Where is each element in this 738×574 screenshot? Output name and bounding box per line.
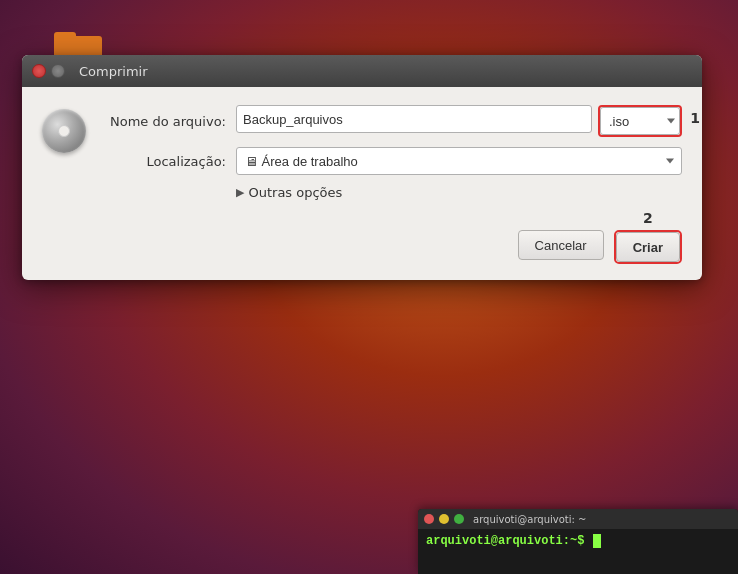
dialog-titlebar: Comprimir xyxy=(22,55,702,87)
minimize-button[interactable] xyxy=(51,64,65,78)
dialog-content: Nome do arquivo: .iso .zip .tar.gz .tar.… xyxy=(22,87,702,222)
filename-group: .iso .zip .tar.gz .tar.bz2 1 xyxy=(236,105,682,137)
other-options-row: ▶ Outras opções xyxy=(106,185,682,200)
create-button-wrapper: 2 Criar xyxy=(614,230,682,264)
extension-select-wrapper: .iso .zip .tar.gz .tar.bz2 xyxy=(598,105,682,137)
terminal-maximize-button[interactable] xyxy=(454,514,464,524)
terminal-minimize-button[interactable] xyxy=(439,514,449,524)
terminal-close-button[interactable] xyxy=(424,514,434,524)
close-button[interactable] xyxy=(32,64,46,78)
filename-input[interactable] xyxy=(236,105,592,133)
extension-select[interactable]: .iso .zip .tar.gz .tar.bz2 xyxy=(600,107,680,135)
cancel-button[interactable]: Cancelar xyxy=(518,230,604,260)
filename-row: Nome do arquivo: .iso .zip .tar.gz .tar.… xyxy=(106,105,682,137)
other-options-label[interactable]: Outras opções xyxy=(248,185,342,200)
location-select[interactable]: 🖥 Área de trabalho xyxy=(236,147,682,175)
terminal-cursor xyxy=(593,534,601,548)
compress-dialog: Comprimir Nome do arquivo: .iso xyxy=(22,55,702,280)
expand-arrow-icon: ▶ xyxy=(236,186,244,199)
create-button-border: Criar xyxy=(614,230,682,264)
location-row: Localização: 🖥 Área de trabalho xyxy=(106,147,682,175)
terminal-line-1: arquivoti@arquivoti:~$ xyxy=(426,533,730,550)
archive-icon xyxy=(42,109,90,157)
location-label: Localização: xyxy=(106,154,226,169)
annotation-1: 1 xyxy=(690,110,700,126)
terminal-title: arquivoti@arquivoti: ~ xyxy=(473,514,586,525)
dialog-title: Comprimir xyxy=(79,64,148,79)
disc-graphic xyxy=(42,109,86,153)
annotation-2: 2 xyxy=(643,210,653,226)
terminal-prompt: arquivoti@arquivoti:~$ xyxy=(426,534,584,548)
desktop: Backup_arquivos Comprimir Nome do arquiv… xyxy=(0,0,738,574)
form-area: Nome do arquivo: .iso .zip .tar.gz .tar.… xyxy=(106,105,682,204)
location-wrapper: 🖥 Área de trabalho xyxy=(236,147,682,175)
filename-label: Nome do arquivo: xyxy=(106,114,226,129)
terminal-window: arquivoti@arquivoti: ~ arquivoti@arquivo… xyxy=(418,509,738,574)
terminal-titlebar: arquivoti@arquivoti: ~ xyxy=(418,509,738,529)
dialog-buttons: Cancelar 2 Criar xyxy=(22,222,702,280)
create-button[interactable]: Criar xyxy=(616,232,680,262)
terminal-body: arquivoti@arquivoti:~$ xyxy=(418,529,738,554)
window-buttons xyxy=(32,64,65,78)
